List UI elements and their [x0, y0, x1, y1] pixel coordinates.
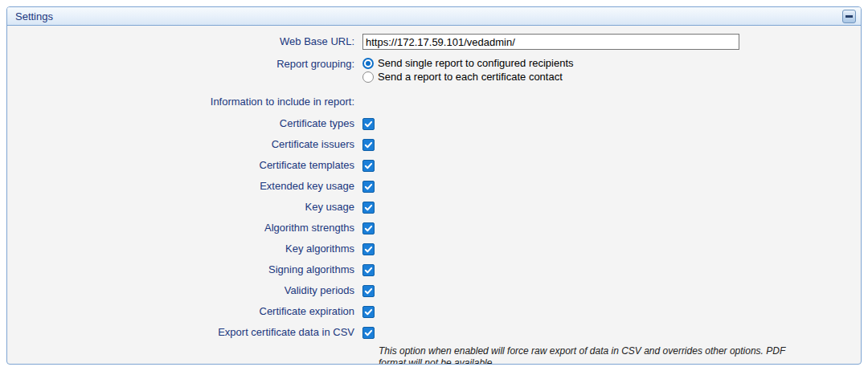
check-icon [364, 328, 373, 337]
checkbox-row: Extended key usage [7, 176, 861, 197]
checkbox-row: Certificate types [7, 113, 861, 134]
radio-button-each-contact[interactable] [362, 71, 374, 83]
checkbox-label: Key usage [7, 201, 354, 214]
radio-option-single-report[interactable]: Send single report to configured recipie… [362, 56, 574, 70]
checkbox-label: Export certificate data in CSV [7, 326, 354, 339]
checkbox[interactable] [362, 243, 375, 255]
check-icon [364, 141, 373, 149]
checkbox[interactable] [362, 327, 375, 339]
checkbox-label: Certificate issuers [7, 138, 354, 151]
web-base-url-label: Web Base URL: [7, 34, 354, 48]
checkbox-label: Extended key usage [7, 180, 354, 193]
report-grouping-row: Report grouping: Send single report to c… [7, 56, 861, 84]
web-base-url-row: Web Base URL: [7, 34, 861, 50]
radio-label-single-report: Send single report to configured recipie… [378, 57, 574, 69]
settings-panel-body: Web Base URL: Report grouping: Send sing… [7, 26, 861, 365]
checkbox[interactable] [362, 222, 375, 234]
check-icon [364, 161, 373, 170]
checkbox[interactable] [362, 118, 375, 130]
settings-panel-header: Settings [7, 7, 861, 26]
radio-button-single-report[interactable] [362, 58, 374, 69]
check-icon [364, 266, 373, 275]
radio-label-each-contact: Send a report to each certificate contac… [378, 71, 563, 83]
radio-option-each-contact[interactable]: Send a report to each certificate contac… [362, 70, 563, 84]
checkbox-label: Key algorithms [7, 243, 354, 255]
checkbox-label: Validity periods [7, 284, 354, 297]
checkbox-label: Certificate templates [7, 159, 354, 172]
checkbox-label: Algorithm strengths [7, 222, 354, 234]
report-info-header-row: Information to include in report: [7, 94, 861, 108]
checkbox-row: Signing algorithms [7, 259, 861, 280]
checkbox[interactable] [362, 139, 375, 151]
check-icon [364, 203, 373, 212]
collapse-panel-button[interactable] [842, 10, 856, 23]
checkbox-row: Certificate issuers [7, 134, 861, 155]
checkbox-label: Signing algorithms [7, 263, 354, 276]
checkbox[interactable] [362, 306, 375, 318]
checkbox-row: Certificate templates [7, 155, 861, 176]
settings-panel: Settings Web Base URL: Report grouping: … [6, 6, 862, 365]
checkbox[interactable] [362, 285, 375, 297]
checkbox-label: Certificate expiration [7, 305, 354, 318]
report-info-label: Information to include in report: [7, 94, 354, 108]
check-icon [364, 308, 373, 316]
checkbox-label: Certificate types [7, 117, 354, 130]
checkbox[interactable] [362, 264, 375, 276]
checkbox-row: Validity periods [7, 280, 861, 301]
minus-icon [845, 15, 853, 18]
csv-export-note: This option when enabled will force raw … [379, 345, 813, 365]
checkbox-row: Key algorithms [7, 238, 861, 259]
report-grouping-label: Report grouping: [7, 56, 354, 71]
checkbox[interactable] [362, 160, 375, 172]
report-info-checkbox-list: Certificate types Certificate issuers Ce… [7, 113, 861, 343]
check-icon [364, 120, 373, 128]
check-icon [364, 224, 373, 233]
panel-title: Settings [15, 10, 53, 22]
checkbox-row: Export certificate data in CSV [7, 322, 861, 343]
checkbox-row: Key usage [7, 197, 861, 218]
checkbox[interactable] [362, 202, 375, 214]
check-icon [364, 287, 373, 296]
check-icon [364, 245, 373, 254]
checkbox[interactable] [362, 181, 375, 193]
checkbox-row: Certificate expiration [7, 301, 861, 322]
checkbox-row: Algorithm strengths [7, 218, 861, 238]
web-base-url-input[interactable] [362, 34, 739, 50]
check-icon [364, 182, 373, 191]
